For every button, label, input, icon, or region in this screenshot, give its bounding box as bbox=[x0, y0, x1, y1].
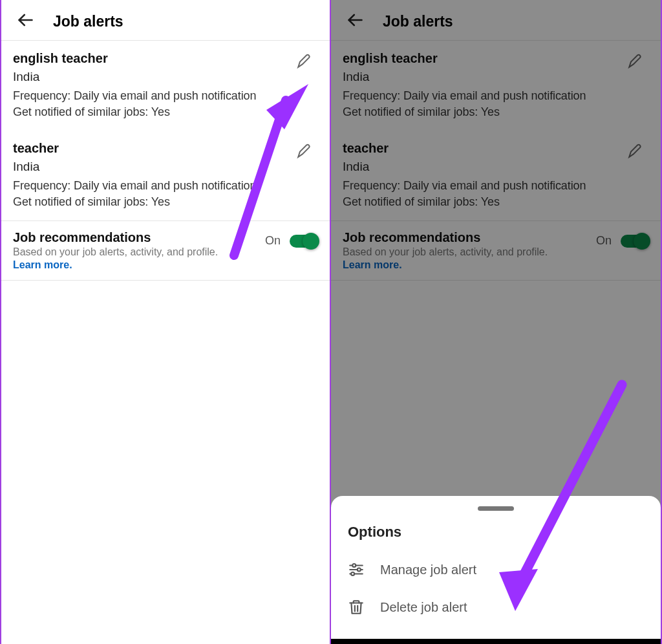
recommendations-section: Job recommendations Based on your job al… bbox=[1, 220, 330, 281]
toggle-state-label: On bbox=[265, 234, 281, 248]
alert-item[interactable]: teacher India Frequency: Daily via email… bbox=[1, 131, 330, 220]
edit-alert-button[interactable] bbox=[296, 142, 315, 162]
svg-point-7 bbox=[358, 568, 361, 572]
alert-location: India bbox=[343, 160, 649, 174]
learn-more-link[interactable]: Learn more. bbox=[13, 259, 265, 271]
alerts-list: english teacher India Frequency: Daily v… bbox=[1, 41, 330, 220]
alert-location: India bbox=[13, 160, 318, 174]
app-header: Job alerts bbox=[1, 0, 330, 41]
toggle-knob bbox=[303, 233, 319, 250]
app-header: Job alerts bbox=[331, 0, 661, 41]
recommendations-section: Job recommendations Based on your job al… bbox=[331, 220, 661, 281]
recommendations-text: Job recommendations Based on your job al… bbox=[13, 230, 265, 271]
alert-similar: Get notified of similar jobs: Yes bbox=[13, 195, 318, 209]
alert-title: teacher bbox=[343, 141, 649, 156]
alert-title: teacher bbox=[13, 141, 318, 156]
recommendations-toggle[interactable] bbox=[621, 235, 649, 248]
alert-item[interactable]: english teacher India Frequency: Daily v… bbox=[1, 41, 330, 131]
nav-bar bbox=[331, 639, 661, 644]
alerts-list: english teacher India Frequency: Daily v… bbox=[331, 41, 661, 220]
options-bottom-sheet: Options Manage job alert bbox=[331, 496, 661, 639]
recommendations-toggle-group: On bbox=[596, 230, 649, 248]
pencil-icon bbox=[296, 60, 313, 71]
screen-job-alerts: Job alerts english teacher India Frequen… bbox=[0, 0, 331, 644]
edit-alert-button[interactable] bbox=[627, 142, 646, 162]
page-title: Job alerts bbox=[383, 13, 453, 30]
back-arrow-icon bbox=[16, 11, 34, 32]
alert-frequency: Frequency: Daily via email and push noti… bbox=[13, 89, 318, 103]
alert-title: english teacher bbox=[343, 51, 649, 66]
alert-title: english teacher bbox=[13, 51, 318, 66]
sheet-title: Options bbox=[331, 524, 661, 551]
pencil-icon bbox=[627, 150, 644, 161]
sliders-icon bbox=[348, 561, 365, 578]
svg-point-9 bbox=[351, 572, 354, 575]
pencil-icon bbox=[296, 150, 313, 161]
alert-similar: Get notified of similar jobs: Yes bbox=[343, 195, 649, 209]
recommendations-title: Job recommendations bbox=[13, 230, 265, 245]
recommendations-text: Job recommendations Based on your job al… bbox=[343, 230, 596, 271]
alert-item[interactable]: english teacher India Frequency: Daily v… bbox=[331, 41, 661, 131]
alert-frequency: Frequency: Daily via email and push noti… bbox=[343, 89, 649, 103]
manage-job-alert-option[interactable]: Manage job alert bbox=[331, 551, 661, 588]
learn-more-link[interactable]: Learn more. bbox=[343, 259, 596, 271]
edit-alert-button[interactable] bbox=[296, 52, 315, 72]
recommendations-subtitle: Based on your job alerts, activity, and … bbox=[343, 246, 596, 258]
toggle-state-label: On bbox=[596, 234, 612, 248]
trash-icon bbox=[348, 599, 365, 616]
back-arrow-icon bbox=[346, 11, 364, 32]
svg-point-5 bbox=[352, 564, 356, 567]
sheet-item-label: Delete job alert bbox=[380, 600, 467, 615]
pencil-icon bbox=[627, 60, 644, 71]
sheet-item-label: Manage job alert bbox=[380, 563, 476, 577]
alert-similar: Get notified of similar jobs: Yes bbox=[13, 105, 318, 119]
page-title: Job alerts bbox=[53, 13, 123, 30]
back-button[interactable] bbox=[16, 12, 35, 31]
recommendations-title: Job recommendations bbox=[343, 230, 596, 245]
alert-frequency: Frequency: Daily via email and push noti… bbox=[13, 179, 318, 193]
sheet-drag-handle[interactable] bbox=[478, 506, 514, 511]
alert-item[interactable]: teacher India Frequency: Daily via email… bbox=[331, 131, 661, 220]
alert-location: India bbox=[343, 70, 649, 84]
alert-location: India bbox=[13, 70, 318, 84]
recommendations-subtitle: Based on your job alerts, activity, and … bbox=[13, 246, 265, 258]
back-button[interactable] bbox=[345, 12, 365, 31]
edit-alert-button[interactable] bbox=[627, 52, 646, 72]
delete-job-alert-option[interactable]: Delete job alert bbox=[331, 588, 661, 626]
alert-similar: Get notified of similar jobs: Yes bbox=[343, 105, 649, 119]
alert-frequency: Frequency: Daily via email and push noti… bbox=[343, 179, 649, 193]
screen-job-alerts-options: Job alerts english teacher India Frequen… bbox=[331, 0, 662, 644]
recommendations-toggle-group: On bbox=[265, 230, 318, 248]
toggle-knob bbox=[634, 233, 650, 250]
recommendations-toggle[interactable] bbox=[290, 235, 318, 248]
